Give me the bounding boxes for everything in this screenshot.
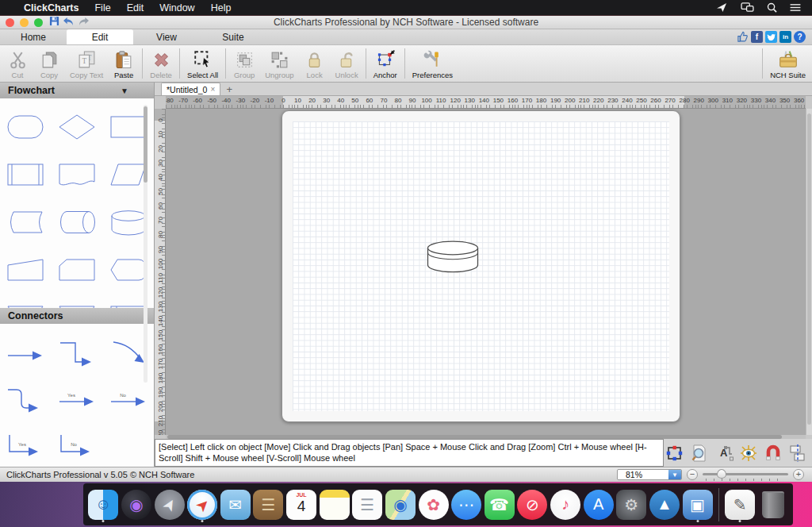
dock-nch-app[interactable]: ▲ <box>649 489 680 521</box>
zoom-page-icon[interactable] <box>688 441 710 464</box>
dock-textedit[interactable]: ✎ <box>725 489 756 521</box>
anchor-button[interactable]: Anchor <box>369 45 402 82</box>
dock-system-preferences[interactable]: ⚙ <box>616 489 647 521</box>
page-breaks-icon[interactable] <box>787 441 809 464</box>
shape-decision[interactable] <box>54 103 100 151</box>
shape-predefined-process[interactable] <box>2 151 48 198</box>
connector-text-icon[interactable]: A <box>713 441 735 464</box>
linkedin-icon[interactable]: in <box>779 31 791 43</box>
dock-trash[interactable] <box>757 489 788 521</box>
search-icon[interactable] <box>767 2 777 13</box>
tab-home[interactable]: Home <box>0 29 67 44</box>
dock-safari[interactable]: ➤ <box>187 489 218 521</box>
shape-document[interactable] <box>54 151 100 198</box>
zoom-slider-thumb[interactable] <box>717 469 726 479</box>
sidebar-scrollbar[interactable] <box>144 105 147 383</box>
select-all-button[interactable]: Select All <box>182 45 223 82</box>
close-tab-icon[interactable]: × <box>210 85 215 94</box>
anchor-icon <box>375 48 396 71</box>
canvas-viewport[interactable] <box>166 109 806 435</box>
shape-merge[interactable] <box>2 294 48 308</box>
connector-elbow[interactable] <box>54 330 100 376</box>
shape-terminator[interactable] <box>2 103 48 151</box>
menu-file[interactable]: File <box>94 2 110 13</box>
dock-app-store[interactable]: A <box>583 489 614 521</box>
shape-manual-input[interactable] <box>2 246 48 294</box>
preferences-button[interactable]: Preferences <box>408 45 458 82</box>
zoom-in-button[interactable]: + <box>793 469 804 480</box>
close-window-button[interactable] <box>6 18 14 27</box>
paste-button[interactable]: Paste <box>108 45 140 82</box>
list-icon[interactable] <box>790 3 801 12</box>
help-icon[interactable]: ? <box>794 31 806 43</box>
twitter-icon[interactable] <box>765 31 777 43</box>
minimize-window-button[interactable] <box>20 18 29 27</box>
dock-reminders[interactable]: ☰ <box>352 489 383 521</box>
window-title-bar: ClickCharts Professional by NCH Software… <box>0 15 812 29</box>
redo-icon[interactable] <box>78 15 90 29</box>
page-grid <box>293 121 669 411</box>
connector-straight-no[interactable]: No <box>105 376 151 422</box>
facebook-icon[interactable]: f <box>751 31 763 43</box>
svg-text:T: T <box>82 56 86 64</box>
dock-news[interactable]: ⊘ <box>517 489 548 521</box>
connector-scurve[interactable] <box>2 376 48 422</box>
menu-help[interactable]: Help <box>211 2 232 13</box>
tab-suite[interactable]: Suite <box>200 29 266 44</box>
ribbon-tabs: HomeEditViewSuite <box>0 29 266 44</box>
undo-icon[interactable] <box>63 15 75 29</box>
dock-clickcharts[interactable]: ▣ <box>682 489 713 521</box>
dock-mail[interactable]: ✉ <box>220 489 251 521</box>
anchor-points-icon[interactable] <box>664 441 686 464</box>
save-icon[interactable] <box>49 15 59 29</box>
dock-calendar[interactable]: JUL4 <box>286 489 317 521</box>
dock-photos[interactable]: ✿ <box>418 489 449 521</box>
new-tab-button[interactable]: + <box>220 83 238 95</box>
zoom-dropdown-button[interactable]: ▼ <box>668 470 681 479</box>
shape-stored-data[interactable] <box>2 198 48 246</box>
tab-edit[interactable]: Edit <box>67 29 133 44</box>
grid-visibility-icon[interactable] <box>737 441 760 464</box>
flowchart-section-header[interactable]: Flowchart ▼ <box>0 83 154 98</box>
nch-suite-button[interactable]: NCH Suite <box>765 45 810 82</box>
dock-siri[interactable]: ◉ <box>121 489 152 521</box>
dock-launchpad[interactable]: ➤ <box>154 489 185 521</box>
dock-contacts[interactable]: ☰ <box>253 489 284 521</box>
connector-straight-yes[interactable]: Yes <box>54 376 100 422</box>
zoom-out-button[interactable]: − <box>687 469 698 480</box>
zoom-slider[interactable] <box>703 469 788 480</box>
cursor-icon[interactable] <box>716 2 728 13</box>
zoom-window-button[interactable] <box>34 18 43 27</box>
database-cylinder-shape[interactable] <box>427 240 479 273</box>
tab-view[interactable]: View <box>133 29 200 44</box>
dock-maps[interactable]: ◉ <box>385 489 416 521</box>
shape-direct-access-storage[interactable] <box>54 198 100 246</box>
connector-straight[interactable] <box>2 330 48 376</box>
thumbs-up-icon[interactable] <box>737 31 749 43</box>
running-indicator <box>201 520 204 522</box>
desktop-strip: ☺◉➤➤✉☰JUL4☰◉✿⋯☎⊘♪A⚙▲▣✎ <box>0 482 812 527</box>
connector-elbow2-no[interactable]: No <box>54 422 100 467</box>
vertical-scrollbar[interactable] <box>806 109 812 435</box>
shape-card[interactable] <box>54 246 100 294</box>
menu-edit[interactable]: Edit <box>127 2 144 13</box>
zoom-level-combobox[interactable]: 81% ▼ <box>617 469 682 480</box>
copy-button: Copy <box>33 45 65 82</box>
dock-finder[interactable]: ☺ <box>88 489 119 521</box>
dock-notes[interactable] <box>319 489 350 521</box>
shape-extract[interactable] <box>54 294 100 308</box>
trash-icon <box>762 491 784 518</box>
displays-icon[interactable] <box>741 2 754 13</box>
menu-window[interactable]: Window <box>159 2 194 13</box>
snap-magnet-icon[interactable] <box>762 441 784 464</box>
dock-itunes[interactable]: ♪ <box>550 489 581 521</box>
drawing-page[interactable] <box>282 110 680 422</box>
help-hint-text: [Select] Left click on object [Move] Cli… <box>155 439 664 467</box>
dock-facetime[interactable]: ☎ <box>484 489 515 521</box>
dock-messages[interactable]: ⋯ <box>451 489 482 521</box>
document-tab[interactable]: *Untitled_0 × <box>161 83 220 95</box>
menu-app-name[interactable]: ClickCharts <box>24 2 79 13</box>
connector-elbow2-yes[interactable]: Yes <box>2 422 48 467</box>
collapse-triangle-icon[interactable]: ▼ <box>121 87 128 95</box>
connectors-section-header[interactable]: Connectors <box>0 308 154 324</box>
